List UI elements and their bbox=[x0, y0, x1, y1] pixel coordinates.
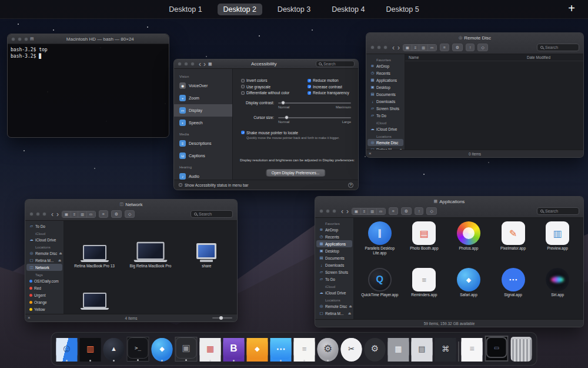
sort-button[interactable]: ≡ bbox=[99, 210, 108, 218]
search-field[interactable] bbox=[316, 61, 355, 67]
search-input[interactable] bbox=[323, 62, 350, 66]
sidebar-item[interactable]: ▣ Desktop bbox=[315, 247, 353, 254]
zoom-button[interactable] bbox=[191, 62, 195, 66]
network-devices-area[interactable]: Retina MacBook Pro 13 Big Retina MacBook… bbox=[64, 221, 237, 314]
dock-terminal-icon[interactable]: >_ bbox=[127, 337, 149, 362]
dock-display-app-icon[interactable]: ▭ bbox=[485, 336, 509, 362]
list-view-button[interactable]: ≡ bbox=[412, 45, 420, 51]
zoom-button[interactable] bbox=[332, 209, 336, 213]
remote-disc-finder-window[interactable]: ◎ Remote Disc ‹ › ▦ ≡ ▥ ▭ ≡ ⚙ ↑ ◇ bbox=[366, 32, 584, 158]
sidebar-item[interactable]: ☁ iCloud Drive bbox=[25, 236, 64, 243]
share-button[interactable]: ↑ bbox=[415, 207, 424, 216]
sidebar-item[interactable]: OSXDaily.com bbox=[25, 277, 64, 284]
applications-finder-window[interactable]: ▦ Applications ‹ › ▦ ≡ ▥ ▭ ≡ ⚙ ↑ ◇ bbox=[315, 196, 584, 327]
open-display-preferences-button[interactable]: Open Display Preferences... bbox=[266, 169, 325, 177]
file-list-area[interactable]: Name Date Modified bbox=[405, 54, 583, 150]
increase-contrast-checkbox[interactable]: Increase contrast bbox=[308, 85, 349, 89]
column-date-modified[interactable]: Date Modified bbox=[527, 55, 580, 59]
gallery-view-button[interactable]: ▭ bbox=[428, 45, 436, 51]
dock-separator[interactable] bbox=[459, 342, 459, 362]
help-button[interactable]: ? bbox=[348, 183, 353, 188]
network-device-retina-macbook-pro-13[interactable]: Retina MacBook Pro 13 bbox=[74, 224, 115, 268]
close-button[interactable] bbox=[29, 212, 34, 216]
sidebar-item-speech[interactable]: ◗ Speech bbox=[174, 117, 232, 129]
column-view-button[interactable]: ▥ bbox=[368, 208, 377, 214]
sidebar-item[interactable]: Red bbox=[25, 284, 64, 291]
network-device-big-retina-macbook-pro[interactable]: Big Retina MacBook Pro bbox=[130, 224, 172, 268]
network-finder-window[interactable]: ◫ Network ‹ › ▦ ≡ ▥ ▭ ≡ ⚙ ◇ bbox=[25, 199, 238, 322]
tags-button[interactable]: ◇ bbox=[125, 210, 135, 218]
checkbox[interactable] bbox=[308, 91, 311, 95]
close-button[interactable] bbox=[178, 62, 182, 66]
sidebar-item-descriptions[interactable]: ≡ Descriptions bbox=[174, 137, 232, 150]
app-item-signal[interactable]: ⋯ Signal.app bbox=[492, 268, 534, 314]
slider-knob[interactable] bbox=[285, 115, 289, 120]
search-input[interactable] bbox=[545, 209, 576, 213]
add-desktop-button[interactable]: + bbox=[564, 2, 579, 15]
minimize-button[interactable] bbox=[377, 45, 381, 49]
back-button[interactable]: ‹ bbox=[199, 61, 201, 68]
terminal-window[interactable]: ▤ Macintosh HD — bash — 80×24 bash-3.2$ … bbox=[7, 34, 169, 138]
app-item-preview[interactable]: ▥ Preview.app bbox=[536, 221, 579, 268]
sidebar-item[interactable]: ◎ Remote Disc ⏏ bbox=[315, 303, 353, 310]
sidebar-item[interactable]: ▤ Documents bbox=[315, 254, 353, 261]
show-all-icon[interactable]: ▦ bbox=[208, 62, 212, 67]
sidebar-item[interactable]: ▢ Retina M... ⏏ bbox=[25, 257, 64, 264]
gallery-view-button[interactable]: ▭ bbox=[377, 208, 385, 214]
app-item-quicktime-player[interactable]: Q QuickTime Player.app bbox=[359, 268, 401, 314]
reduce-motion-checkbox[interactable]: Reduce motion bbox=[308, 78, 349, 82]
checkbox[interactable] bbox=[241, 85, 245, 88]
search-input[interactable] bbox=[545, 45, 576, 49]
dock-messages-icon[interactable]: ⋯ bbox=[270, 338, 292, 362]
gallery-view-button[interactable]: ▭ bbox=[87, 211, 95, 217]
minimize-button[interactable] bbox=[36, 212, 40, 216]
close-button[interactable] bbox=[370, 45, 375, 49]
close-button[interactable] bbox=[11, 37, 15, 41]
sidebar-item[interactable]: ◷ Recents bbox=[315, 233, 353, 240]
sidebar-item-remote-disc[interactable]: ◎ Remote Disc bbox=[368, 139, 403, 146]
dock-system-preferences-icon[interactable]: ⚙ bbox=[318, 338, 339, 362]
share-button[interactable]: ↑ bbox=[466, 44, 475, 52]
icon-view-button[interactable]: ▦ bbox=[403, 45, 412, 51]
dock-trash-icon[interactable] bbox=[511, 337, 532, 362]
network-device-unlabeled[interactable] bbox=[81, 268, 109, 311]
sidebar-item[interactable]: ▱ To Do bbox=[25, 223, 64, 230]
sidebar-item-zoom[interactable]: + Zoom bbox=[174, 92, 232, 104]
dock-safari-icon[interactable]: ◆ bbox=[152, 338, 173, 362]
forward-button[interactable]: › bbox=[397, 44, 400, 51]
search-field[interactable] bbox=[191, 210, 233, 218]
search-input[interactable] bbox=[199, 212, 229, 216]
invert-colors-checkbox[interactable]: Invert colors bbox=[241, 78, 289, 82]
use-grayscale-checkbox[interactable]: Use grayscale bbox=[241, 85, 289, 89]
close-button[interactable] bbox=[319, 209, 323, 213]
slider-knob[interactable] bbox=[219, 316, 223, 320]
sidebar-item[interactable]: ⊚ AirDrop bbox=[315, 226, 353, 233]
icon-view-button[interactable]: ▦ bbox=[352, 208, 361, 214]
sidebar-item[interactable]: ▱ To Do bbox=[366, 112, 405, 119]
eject-icon[interactable]: ⏏ bbox=[348, 311, 351, 315]
terminal-content[interactable]: bash-3.2$ top bash-3.2$ ▊ bbox=[8, 44, 169, 137]
icon-view-button[interactable]: ▦ bbox=[62, 211, 71, 217]
space-tab-desktop-4[interactable]: Desktop 4 bbox=[326, 4, 370, 15]
sidebar-item[interactable]: ☁ iCloud Drive bbox=[315, 289, 353, 296]
dock-keys-app-icon[interactable]: ⌘ bbox=[435, 338, 456, 362]
sidebar-item[interactable]: ⊚ AirDrop bbox=[366, 62, 405, 69]
forward-button[interactable]: › bbox=[56, 211, 59, 218]
applications-grid-area[interactable]: ∥ Parallels Desktop Lite.app ▤ Photo Boo… bbox=[354, 218, 583, 319]
sidebar-item[interactable]: ▱ To Do bbox=[315, 276, 353, 283]
eject-icon[interactable]: ⏏ bbox=[349, 304, 352, 308]
space-tab-desktop-2[interactable]: Desktop 2 bbox=[218, 4, 262, 15]
accessibility-window[interactable]: ‹ › ▦ Accessibility Vision ◉ VoiceOver bbox=[173, 59, 359, 190]
sidebar-item[interactable]: ◷ Recents bbox=[366, 69, 405, 77]
window-close-badge[interactable]: × bbox=[28, 315, 31, 320]
sidebar-item[interactable]: Yellow bbox=[25, 306, 64, 313]
app-item-pixelmator[interactable]: ✎ Pixelmator.app bbox=[492, 221, 534, 268]
column-name[interactable]: Name bbox=[409, 55, 527, 59]
zoom-button[interactable] bbox=[24, 37, 28, 41]
space-tab-desktop-1[interactable]: Desktop 1 bbox=[163, 4, 208, 15]
sidebar-item[interactable]: ▱ Screen Shots bbox=[315, 268, 353, 276]
dock-orange-app-icon[interactable]: ◆ bbox=[247, 338, 268, 362]
list-view-button[interactable]: ≡ bbox=[71, 211, 79, 217]
sidebar-item[interactable]: ▢ Retina M... ⏏ bbox=[315, 310, 353, 317]
dock-scissors-app-icon[interactable]: ✂ bbox=[341, 338, 362, 362]
